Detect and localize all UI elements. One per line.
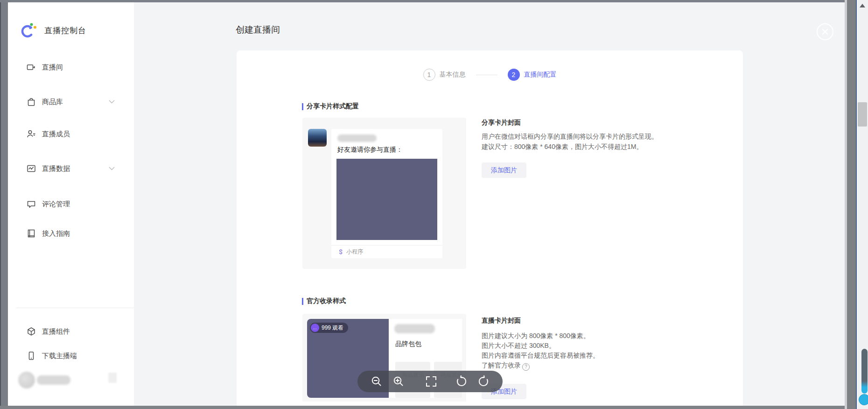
sidebar-item-label: 直播数据 (42, 164, 70, 173)
listing-account-redacted (394, 324, 435, 333)
sidebar-item-label: 商品库 (42, 98, 63, 106)
section-accent-bar (302, 103, 303, 110)
sidebar-item-label: 接入指南 (42, 229, 70, 238)
cursor-indicator (861, 349, 868, 394)
zoom-in-icon[interactable] (392, 375, 405, 388)
viewer-count: 999 观看 (322, 324, 343, 332)
close-button[interactable] (816, 23, 834, 41)
listing-cover-title: 直播卡片封面 (482, 317, 521, 325)
scroll-up-arrow-icon[interactable] (860, 4, 865, 7)
share-cover-line-1: 用户在微信对话框内分享的直播间将以分享卡片的形式呈现。 (482, 133, 658, 141)
share-cover-placeholder (336, 159, 437, 240)
sidebar: 直播控制台 直播间 商品库 (8, 2, 134, 406)
chat-name-redacted (337, 134, 377, 142)
close-icon (816, 23, 834, 41)
data-chart-icon (27, 164, 36, 173)
rotate-left-icon[interactable] (455, 375, 468, 388)
sidebar-item-integration-guide[interactable]: 接入指南 (8, 226, 134, 240)
sidebar-item-download-host-app[interactable]: 下载主播端 (8, 349, 134, 363)
chevron-down-icon (109, 167, 115, 170)
user-avatar[interactable] (18, 372, 35, 388)
members-icon (27, 129, 36, 139)
sidebar-item-live-room[interactable]: 直播间 (8, 60, 134, 74)
step-indicator: 1 基本信息 2 直播间配置 (237, 68, 743, 81)
listing-line-2: 图片大小不超过 300KB。 (482, 342, 555, 350)
outer-scrollbar[interactable] (857, 0, 868, 409)
chat-avatar-image (308, 129, 327, 147)
help-question-icon: ? (522, 363, 530, 371)
listing-line-1: 图片建议大小为 800像素 * 800像素。 (482, 332, 590, 340)
video-camera-icon (27, 63, 36, 72)
window-right-edge (847, 0, 856, 409)
sidebar-item-label: 直播间 (42, 63, 63, 72)
sidebar-item-live-components[interactable]: 直播组件 (8, 324, 134, 338)
step-room-config: 2 直播间配置 (508, 69, 557, 81)
section-share-card-header: 分享卡片样式配置 (302, 103, 359, 110)
step-basic-info: 1 基本信息 (423, 69, 466, 81)
user-name-redacted (37, 375, 70, 385)
live-dots-icon: … (311, 324, 319, 332)
user-extra-redacted (108, 373, 117, 383)
page-title: 创建直播间 (236, 24, 280, 36)
mini-program-icon (338, 249, 343, 255)
sidebar-item-label: 下载主播端 (42, 352, 77, 360)
window-left-edge (0, 2, 8, 406)
add-share-image-button[interactable]: 添加图片 (482, 162, 526, 178)
cursor-indicator-ball (859, 394, 868, 405)
image-viewer-toolbar (357, 371, 503, 392)
section-official-listing-header: 官方收录样式 (302, 297, 346, 305)
sidebar-item-label: 直播成员 (42, 130, 70, 139)
step-number: 1 (423, 69, 435, 81)
scrollbar-thumb[interactable] (858, 102, 867, 127)
step-connector (476, 75, 497, 75)
viewer-count-badge: … 999 观看 (310, 323, 348, 333)
logo-text: 直播控制台 (44, 25, 86, 36)
rotate-right-icon[interactable] (477, 375, 490, 388)
share-cover-title: 分享卡片封面 (482, 119, 521, 127)
chat-card-footer: 小程序 (331, 245, 442, 258)
phone-icon (27, 351, 36, 360)
screen: 直播控制台 直播间 商品库 (0, 0, 868, 409)
share-cover-line-2: 建议尺寸：800像素 * 640像素，图片大小不得超过1M。 (482, 143, 643, 151)
logo-icon (20, 22, 37, 39)
fullscreen-icon[interactable] (425, 375, 437, 388)
sidebar-item-label: 评论管理 (42, 200, 70, 209)
learn-official-listing-link[interactable]: 了解官方收录? (482, 361, 530, 371)
share-chat-card: 好友邀请你参与直播： 小程序 (331, 129, 442, 258)
mini-program-label: 小程序 (346, 248, 363, 256)
step-label: 直播间配置 (524, 71, 557, 79)
sidebar-item-live-members[interactable]: 直播成员 (8, 127, 134, 141)
step-label: 基本信息 (440, 71, 466, 79)
app-logo: 直播控制台 (20, 21, 86, 40)
section-accent-bar (302, 298, 303, 305)
invite-text: 好友邀请你参与直播： (337, 146, 403, 154)
window-bottom-bar (0, 406, 856, 409)
share-card-preview-panel: 好友邀请你参与直播： 小程序 (302, 118, 466, 269)
room-title: 品牌包包 (395, 340, 421, 348)
step-number: 2 (508, 69, 520, 81)
sidebar-item-label: 直播组件 (42, 327, 70, 336)
sidebar-divider (16, 308, 134, 308)
sidebar-item-product-library[interactable]: 商品库 (8, 95, 134, 109)
app-page: 直播控制台 直播间 商品库 (8, 2, 845, 406)
zoom-out-icon[interactable] (371, 375, 383, 388)
listing-line-3: 图片内容遵循平台规范后更容易被推荐。 (482, 352, 599, 360)
cube-icon (27, 327, 36, 336)
shopping-bag-icon (27, 97, 36, 106)
sidebar-item-live-data[interactable]: 直播数据 (8, 162, 134, 176)
guide-book-icon (27, 229, 36, 238)
sidebar-item-comment-management[interactable]: 评论管理 (8, 197, 134, 211)
comment-icon (27, 199, 36, 209)
create-room-card: 1 基本信息 2 直播间配置 分享卡片样式配置 好友邀请你参与直播： (237, 50, 743, 406)
chevron-down-icon (109, 100, 115, 104)
